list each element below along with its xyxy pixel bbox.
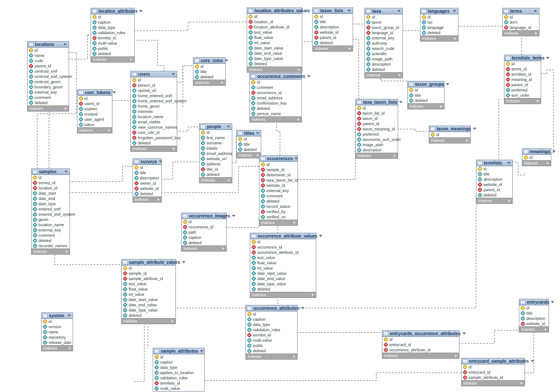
column[interactable]: deleted <box>193 74 225 80</box>
column[interactable]: iso <box>420 20 458 25</box>
chevron-down-icon[interactable] <box>64 171 68 173</box>
column[interactable]: website_id <box>259 183 298 188</box>
column[interactable]: caption <box>182 235 226 240</box>
column[interactable]: taxon_id <box>356 116 398 121</box>
column[interactable]: location_id <box>247 19 302 24</box>
table-location_attributes[interactable]: location_attributesidcaptiondata_typeval… <box>91 8 135 63</box>
column[interactable]: deleted <box>131 140 177 146</box>
chevron-down-icon[interactable] <box>227 126 230 128</box>
chevron-down-icon[interactable] <box>112 91 116 94</box>
indexes-section[interactable]: Indexes <box>131 146 177 151</box>
column[interactable]: deleted <box>250 106 301 111</box>
column[interactable]: comment <box>32 233 70 238</box>
column[interactable]: id <box>122 266 175 271</box>
column[interactable]: taxa_taxon_list_id <box>259 178 298 183</box>
column[interactable]: comment <box>28 95 69 100</box>
table-header[interactable]: termlists_terms <box>504 55 541 61</box>
column[interactable]: date_type_value <box>247 56 302 61</box>
chevron-down-icon[interactable] <box>347 10 351 12</box>
column[interactable]: date_end_value <box>122 302 175 308</box>
indexes-section[interactable]: Indexes <box>462 380 525 386</box>
column[interactable]: title <box>133 170 161 175</box>
indexes-section[interactable]: Indexes <box>250 292 316 298</box>
table-header[interactable]: entrycards <box>519 299 549 305</box>
table-header[interactable]: taxa_taxon_lists <box>356 99 398 105</box>
column[interactable]: deleted <box>365 67 402 72</box>
table-header[interactable]: taxon_groups <box>408 81 444 88</box>
chevron-down-icon[interactable] <box>256 132 259 134</box>
indexes-section[interactable]: Indexes <box>313 46 353 51</box>
column[interactable]: date_type_value <box>250 281 316 287</box>
column[interactable]: home_entered_sref_system <box>131 98 177 104</box>
indexes-section[interactable]: Indexes <box>408 103 444 109</box>
column[interactable]: first_name <box>200 135 232 140</box>
column[interactable]: caption <box>153 360 204 365</box>
column[interactable]: termlist_id <box>246 332 297 338</box>
column[interactable]: owner_id <box>133 181 161 186</box>
column[interactable]: location_attribute_id <box>247 24 302 30</box>
column[interactable]: caption <box>246 317 297 322</box>
column[interactable]: date_type <box>32 201 70 206</box>
chevron-down-icon[interactable] <box>159 161 162 163</box>
indexes-section[interactable]: Indexes <box>28 105 69 111</box>
table-header[interactable]: users <box>131 71 177 77</box>
column[interactable]: email_address <box>250 95 301 101</box>
column[interactable]: name <box>28 53 69 58</box>
table-header[interactable]: system <box>42 313 73 319</box>
table-system[interactable]: systemidversionnamerepositoryrelease_dat… <box>41 312 73 351</box>
table-header[interactable]: taxon_lists <box>313 8 353 14</box>
column[interactable]: float_value <box>122 287 175 292</box>
chevron-down-icon[interactable] <box>225 60 228 62</box>
column[interactable]: recorder_names <box>32 243 70 248</box>
column[interactable]: occurrence_id <box>182 224 226 230</box>
column[interactable]: title <box>408 93 444 98</box>
column[interactable]: path <box>182 230 226 235</box>
column[interactable]: external_key <box>32 228 70 233</box>
column[interactable]: person_name <box>250 111 301 116</box>
column[interactable]: website_id <box>476 182 512 187</box>
chevron-down-icon[interactable] <box>446 83 449 85</box>
column[interactable]: survey_id <box>32 180 70 186</box>
table-surveys[interactable]: surveysidtitledescriptionowner_idwebsite… <box>133 158 162 203</box>
column[interactable]: date_end_value <box>247 51 302 56</box>
chevron-down-icon[interactable] <box>453 10 456 12</box>
column[interactable]: sample_id <box>259 167 298 172</box>
table-entrycards_occurrence_attributes[interactable]: entrycards_occurrence_attributesidentryc… <box>382 330 459 359</box>
table-header[interactable]: user_tokens <box>77 90 112 96</box>
column[interactable]: date_start <box>32 191 70 196</box>
column[interactable]: id <box>246 312 297 317</box>
table-occurrence_attribute_values[interactable]: occurrence_attribute_valuesidoccurrence_… <box>250 233 316 298</box>
indexes-section[interactable]: Indexes <box>182 245 226 251</box>
column[interactable]: location_id <box>32 186 70 191</box>
column[interactable]: deleted <box>313 40 353 46</box>
column[interactable]: expires <box>77 106 112 112</box>
indexes-section[interactable]: Indexes <box>503 30 539 36</box>
column[interactable]: id <box>476 166 512 172</box>
chevron-down-icon[interactable] <box>182 261 186 263</box>
column[interactable]: multi-value <box>91 41 134 46</box>
indexes-section[interactable]: Indexes <box>382 353 459 358</box>
column[interactable]: search_code <box>365 46 402 51</box>
table-header[interactable]: people <box>200 124 232 130</box>
column[interactable]: scientific <box>365 51 402 56</box>
indexes-section[interactable]: Indexes <box>420 35 458 41</box>
column[interactable]: deleted <box>247 61 302 66</box>
column[interactable]: public <box>91 46 134 51</box>
column[interactable]: location_name <box>32 222 70 228</box>
table-location_attributes_values[interactable]: location_attributes_valuesidlocation_idl… <box>247 7 302 73</box>
column[interactable]: description <box>356 147 398 153</box>
column[interactable]: deleted <box>122 313 175 318</box>
column[interactable]: confirmation_key <box>250 101 301 106</box>
column[interactable]: date_end_value <box>250 276 316 281</box>
column[interactable]: taxon_group_id <box>365 25 402 30</box>
column[interactable]: sample_id <box>122 271 175 276</box>
column[interactable]: id <box>408 88 444 93</box>
column[interactable]: forgotten_password_key <box>131 135 177 140</box>
column[interactable]: centroid_sref_system <box>28 74 69 79</box>
column[interactable]: id <box>91 14 134 20</box>
column[interactable]: id <box>504 61 541 66</box>
column[interactable]: parent_id <box>28 63 69 69</box>
table-entrycards[interactable]: entrycardsidtitledescriptionwebsite_idIn… <box>519 299 549 332</box>
column[interactable]: comment <box>259 193 298 199</box>
column[interactable]: user_agent <box>77 117 112 122</box>
